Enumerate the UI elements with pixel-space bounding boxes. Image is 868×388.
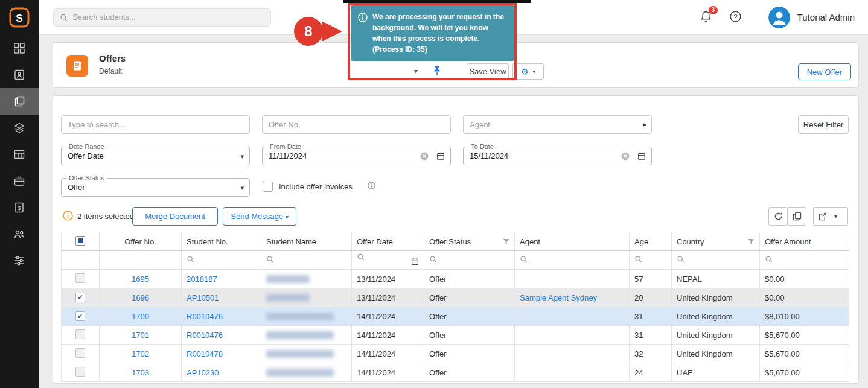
pin-icon[interactable] [432, 66, 442, 78]
column-chooser-button[interactable] [787, 207, 806, 226]
view-settings-button[interactable]: ⚙ ▾ [512, 63, 544, 80]
select-all-checkbox[interactable] [75, 236, 85, 246]
student-no-link[interactable]: AP10501 [187, 293, 219, 302]
cell-agent: Sample Agent Sydney [515, 288, 630, 307]
student-no-link[interactable]: R0010478 [187, 349, 223, 358]
row-checkbox[interactable]: ✓ [75, 293, 85, 302]
sidebar-item-partners[interactable] [0, 221, 39, 247]
reset-filter-button[interactable]: Reset Filter [798, 115, 849, 134]
student-name-redacted [266, 275, 310, 283]
include-invoices-checkbox[interactable] [263, 182, 273, 192]
agent-link[interactable]: Sample Agent Sydney [520, 293, 597, 302]
clear-icon[interactable] [621, 152, 630, 162]
gear-icon: ⚙ [521, 67, 529, 76]
view-selector-caret[interactable]: ▾ [414, 67, 418, 75]
calendar-icon[interactable] [637, 152, 646, 162]
filter-cell-offer-no[interactable] [100, 251, 182, 270]
offer-no-link[interactable]: 1702 [132, 349, 149, 358]
user-avatar[interactable] [768, 7, 790, 28]
offer-no-link[interactable]: 1700 [132, 312, 149, 321]
offer-no-input[interactable] [262, 115, 451, 134]
row-checkbox[interactable] [75, 348, 85, 358]
header-student-no[interactable]: Student No. [182, 232, 261, 251]
filter-cell-agent[interactable] [515, 251, 630, 270]
export-button[interactable]: ▾ [813, 207, 848, 226]
calendar-icon[interactable] [411, 258, 419, 267]
header-country[interactable]: Country [672, 232, 760, 251]
table-row[interactable]: 1703 AP10230 14/11/2024 Offer 24 UAE $5,… [62, 363, 849, 382]
help-button[interactable]: ? [729, 10, 742, 25]
header-offer-date[interactable]: Offer Date [352, 232, 424, 251]
row-checkbox[interactable] [75, 329, 85, 339]
student-no-link[interactable]: R0010476 [187, 312, 223, 321]
cell-offer-status: Offer [424, 363, 515, 382]
table-row[interactable]: 1701 R0010476 14/11/2024 Offer 31 United… [62, 326, 849, 345]
student-no-link[interactable]: R0010476 [187, 331, 223, 340]
header-agent[interactable]: Agent [515, 232, 630, 251]
row-checkbox[interactable] [75, 367, 85, 377]
refresh-button[interactable] [768, 207, 788, 226]
agent-field[interactable]: ▸ [463, 115, 652, 134]
cell-student-name [261, 288, 352, 307]
header-offer-amount[interactable]: Offer Amount [760, 232, 849, 251]
student-no-link[interactable]: 2018187 [187, 275, 217, 284]
save-view-button[interactable]: Save View [467, 63, 509, 80]
filter-cell-offer-amount[interactable] [760, 251, 849, 270]
header-select-all[interactable] [62, 232, 100, 251]
filter-funnel-icon[interactable] [748, 238, 755, 245]
filter-cell-offer-date[interactable] [352, 251, 424, 270]
briefcase-icon [14, 176, 25, 186]
to-date-field[interactable]: To Date 15/11/2024 [463, 147, 652, 165]
filter-cell-student-no[interactable] [182, 251, 261, 270]
offer-no-link[interactable]: 1695 [132, 275, 149, 284]
table-row[interactable]: ✓ 1696 AP10501 13/11/2024 Offer Sample A… [62, 288, 849, 307]
new-offer-button[interactable]: New Offer [798, 63, 851, 80]
sidebar: S [0, 0, 39, 388]
agent-input[interactable] [463, 115, 652, 134]
sidebar-item-dashboard[interactable] [0, 35, 39, 62]
filter-cell-age[interactable] [630, 251, 672, 270]
offer-no-link[interactable]: 1703 [132, 368, 149, 377]
sidebar-item-offers[interactable] [0, 88, 39, 115]
offer-no-link[interactable]: 1696 [132, 293, 149, 302]
filter-cell-checkbox [62, 251, 100, 270]
offer-no-link[interactable]: 1701 [132, 331, 149, 340]
table-row[interactable]: 1702 R0010478 14/11/2024 Offer 32 United… [62, 345, 849, 363]
header-student-name[interactable]: Student Name [261, 232, 352, 251]
global-search[interactable] [53, 8, 271, 27]
send-message-button[interactable]: Send Message ▾ [223, 207, 296, 226]
user-name[interactable]: Tutorial Admin [797, 12, 855, 22]
sidebar-item-invoices[interactable]: $ [0, 194, 39, 221]
sidebar-item-contacts[interactable] [0, 62, 39, 88]
from-date-field[interactable]: From Date 11/11/2024 [262, 147, 451, 165]
row-checkbox[interactable]: ✓ [75, 311, 85, 321]
filter-cell-student-name[interactable] [261, 251, 352, 270]
header-offer-no[interactable]: Offer No. [100, 232, 182, 251]
filter-cell-country[interactable] [672, 251, 760, 270]
sidebar-item-courses[interactable] [0, 115, 39, 141]
row-checkbox[interactable] [75, 273, 85, 283]
table-row[interactable]: ✓ 1700 R0010476 14/11/2024 Offer 31 Unit… [62, 307, 849, 326]
cell-offer-date: 13/11/2024 [352, 270, 424, 288]
notifications-button[interactable]: 3 [700, 10, 712, 25]
filter-cell-offer-status[interactable] [424, 251, 515, 270]
type-to-search-input[interactable] [61, 115, 250, 134]
table-row[interactable]: 1695 2018187 13/11/2024 Offer 57 NEPAL $… [62, 270, 849, 288]
student-no-link[interactable]: AP10230 [187, 368, 219, 377]
offer-status-select[interactable]: Offer Status Offer ▾ [61, 178, 250, 197]
app-logo[interactable]: S [0, 0, 39, 35]
calendar-icon[interactable] [436, 152, 445, 162]
cell-country: United Kingdom [672, 326, 760, 345]
date-range-select[interactable]: Date Range Offer Date ▾ [61, 147, 250, 165]
header-age[interactable]: Age [630, 232, 672, 251]
filter-funnel-icon[interactable] [503, 238, 509, 245]
merge-document-button[interactable]: Merge Document [132, 207, 218, 226]
clear-icon[interactable] [420, 152, 429, 162]
header-offer-status[interactable]: Offer Status [424, 232, 515, 251]
sidebar-item-applications[interactable] [0, 141, 39, 168]
notification-badge: 3 [709, 6, 718, 14]
items-selected-text: 2 items selected [77, 212, 134, 221]
sidebar-item-services[interactable] [0, 168, 39, 194]
search-input[interactable] [72, 13, 264, 22]
sidebar-item-settings[interactable] [0, 247, 39, 274]
